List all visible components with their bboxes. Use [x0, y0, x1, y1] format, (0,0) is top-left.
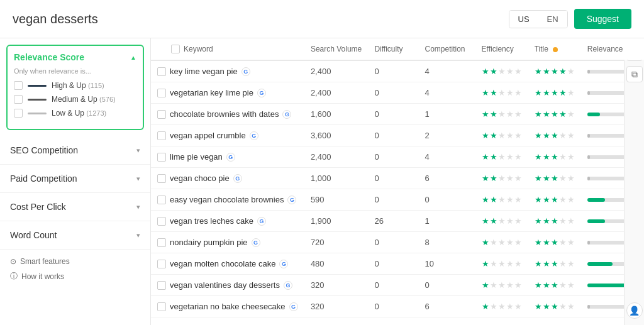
- row-checkbox-0[interactable]: [157, 67, 166, 76]
- keyword-text: vegan choco pie: [170, 174, 230, 183]
- relevance-fill: [587, 284, 628, 287]
- row-checkbox-10[interactable]: [157, 281, 166, 290]
- star-icon: ★: [543, 216, 550, 226]
- relevance-header[interactable]: Relevance Score ▲: [14, 52, 136, 62]
- row-checkbox-5[interactable]: [157, 174, 166, 183]
- star-icon: ★: [498, 67, 506, 76]
- difficulty-cell: 0: [368, 232, 418, 253]
- star-icon: ★: [543, 67, 550, 76]
- star-icon: ★: [514, 109, 522, 119]
- lang-en-button[interactable]: EN: [538, 11, 567, 28]
- title-stars: ★★★★★: [535, 302, 575, 311]
- row-checkbox-1[interactable]: [157, 89, 166, 97]
- competition-cell: 1: [419, 104, 475, 125]
- filter-wc-title: Word Count: [10, 230, 57, 240]
- star-icon: ★: [498, 152, 506, 162]
- row-checkbox-11[interactable]: [157, 302, 166, 311]
- google-icon[interactable]: G: [282, 110, 291, 119]
- relevance-checkbox-medium[interactable]: [14, 95, 23, 104]
- star-icon: ★: [567, 216, 575, 226]
- keyword-table-wrapper[interactable]: Keyword Search Volume Difficulty Competi…: [151, 38, 644, 325]
- row-checkbox-2[interactable]: [157, 110, 166, 119]
- star-icon: ★: [551, 216, 558, 226]
- select-all-checkbox[interactable]: [171, 45, 180, 53]
- competition-cell: 4: [419, 60, 475, 82]
- competition-cell: 4: [419, 146, 475, 168]
- table-row: easy vegan chocolate brownies G 59000★★★…: [151, 189, 644, 211]
- google-icon[interactable]: G: [257, 217, 266, 226]
- relevance-checkbox-high[interactable]: [14, 81, 23, 90]
- star-icon: ★: [514, 131, 522, 140]
- star-icon: ★: [514, 280, 522, 290]
- relevance-option-high: High & Up (115): [14, 81, 136, 90]
- row-checkbox-8[interactable]: [157, 238, 166, 247]
- google-icon[interactable]: G: [279, 260, 288, 268]
- row-checkbox-4[interactable]: [157, 153, 166, 162]
- star-icon: ★: [535, 67, 542, 76]
- google-icon[interactable]: G: [233, 174, 242, 183]
- star-icon: ★: [514, 67, 522, 76]
- google-icon[interactable]: G: [289, 302, 298, 311]
- title-stars: ★★★★★: [535, 259, 575, 268]
- filter-cpc-arrow-icon: ▾: [136, 203, 140, 211]
- efficiency-cell: ★★★★★: [475, 146, 528, 168]
- star-icon: ★: [543, 195, 550, 204]
- title-filter-icon: [553, 47, 558, 52]
- competition-cell: 10: [419, 253, 475, 275]
- star-icon: ★: [543, 174, 550, 183]
- relevance-label-medium: Medium & Up (576): [52, 95, 116, 104]
- google-icon[interactable]: G: [250, 131, 258, 140]
- relevance-fill: [587, 134, 590, 138]
- star-icon: ★: [543, 152, 550, 162]
- star-icon: ★: [490, 238, 497, 247]
- google-icon[interactable]: G: [284, 281, 292, 290]
- col-header-efficiency: Efficiency: [475, 38, 528, 60]
- row-checkbox-3[interactable]: [157, 131, 166, 140]
- relevance-arrow-icon: ▲: [130, 54, 136, 61]
- star-icon: ★: [514, 259, 522, 268]
- suggest-button[interactable]: Suggest: [574, 9, 631, 29]
- filter-seo-header[interactable]: SEO Competition ▾: [0, 136, 150, 164]
- star-icon: ★: [535, 174, 542, 183]
- google-icon[interactable]: G: [257, 89, 266, 97]
- star-icon: ★: [490, 152, 497, 162]
- keyword-cell: chocolate brownies with dates G: [151, 104, 304, 125]
- pin-icon: ⊙: [10, 257, 16, 266]
- copy-button[interactable]: ⧉: [626, 66, 643, 82]
- difficulty-cell: 0: [368, 82, 418, 104]
- google-icon[interactable]: G: [242, 67, 250, 76]
- filter-cpc-header[interactable]: Cost Per Click ▾: [0, 193, 150, 221]
- row-checkbox-7[interactable]: [157, 217, 166, 226]
- star-icon: ★: [498, 259, 506, 268]
- google-icon[interactable]: G: [287, 196, 296, 204]
- keyword-text: chocolate brownies with dates: [170, 109, 279, 119]
- google-icon[interactable]: G: [226, 153, 235, 162]
- star-icon: ★: [506, 259, 514, 268]
- filter-wc-header[interactable]: Word Count ▾: [0, 221, 150, 249]
- row-checkbox-9[interactable]: [157, 260, 166, 268]
- filter-paid-header[interactable]: Paid Competition ▾: [0, 165, 150, 192]
- star-icon: ★: [567, 174, 575, 183]
- star-icon: ★: [535, 216, 542, 226]
- smart-features-link[interactable]: ⊙ Smart features: [10, 257, 140, 266]
- avatar-button[interactable]: 👤: [626, 302, 643, 319]
- keyword-col-label: Keyword: [184, 45, 213, 53]
- relevance-checkbox-low[interactable]: [14, 109, 23, 118]
- lang-us-button[interactable]: US: [509, 11, 538, 28]
- star-icon: ★: [506, 109, 514, 119]
- difficulty-cell: 0: [368, 168, 418, 189]
- header: vegan desserts US EN Suggest: [0, 0, 644, 38]
- star-icon: ★: [506, 131, 514, 140]
- relevance-fill: [587, 198, 605, 202]
- how-it-works-link[interactable]: ⓘ How it works: [10, 271, 140, 282]
- google-icon[interactable]: G: [252, 238, 260, 247]
- star-icon: ★: [498, 109, 506, 119]
- star-icon: ★: [551, 88, 558, 97]
- star-icon: ★: [506, 152, 514, 162]
- row-checkbox-6[interactable]: [157, 196, 166, 204]
- star-icon: ★: [559, 216, 567, 226]
- star-icon: ★: [498, 216, 506, 226]
- star-icon: ★: [482, 280, 489, 290]
- col-header-relevance: Relevance: [581, 38, 644, 60]
- filter-word-count: Word Count ▾: [0, 221, 150, 250]
